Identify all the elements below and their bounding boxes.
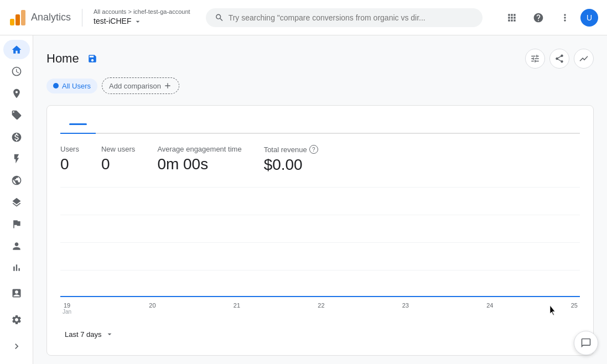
chat-button[interactable]	[574, 331, 598, 355]
x-axis: 19 Jan 20 21 22 23 24	[60, 302, 580, 315]
search-icon	[215, 13, 224, 23]
compare-icon	[579, 54, 589, 64]
account-info: All accounts > ichef-test-ga-account tes…	[94, 8, 190, 27]
svg-rect-0	[10, 19, 14, 25]
x-label-25: 25	[571, 302, 578, 315]
metric-engagement-label: Average engagement time	[157, 145, 241, 153]
svg-rect-2	[21, 10, 25, 25]
customize-report-button[interactable]	[525, 49, 545, 69]
chart-tabs	[60, 119, 580, 134]
sidebar-item-realtime[interactable]	[3, 149, 30, 168]
metric-revenue-value: $0.00	[264, 156, 318, 174]
search-input[interactable]	[229, 13, 474, 22]
x-label-21: 21	[234, 302, 240, 315]
x-label-19: 19 Jan	[63, 302, 71, 315]
x-label-22: 22	[318, 302, 324, 315]
metric-new-users-value: 0	[101, 155, 135, 173]
sidebar-item-dashboard[interactable]	[3, 193, 30, 212]
add-icon	[163, 81, 172, 90]
header-actions: U	[501, 7, 598, 29]
more-button[interactable]	[554, 7, 576, 29]
dollar-icon	[11, 132, 22, 143]
metric-revenue: Total revenue ? $0.00	[264, 145, 318, 174]
compare-dates-button[interactable]	[574, 49, 594, 69]
sidebar-item-barchart[interactable]	[3, 258, 30, 278]
chat-icon	[580, 337, 592, 349]
x-label-24: 24	[486, 302, 493, 315]
account-breadcrumb: All accounts > ichef-test-ga-account	[94, 8, 190, 16]
x-label-20: 20	[149, 302, 155, 315]
page-title: Home	[46, 51, 79, 66]
sidebar-bottom	[3, 280, 30, 360]
analytics-icon	[11, 288, 22, 299]
page-actions	[525, 49, 594, 69]
expand-icon	[11, 341, 22, 352]
metrics-row: Users 0 New users 0 Average engagement t…	[60, 145, 580, 174]
metric-users-value: 0	[60, 155, 79, 173]
home-icon	[11, 44, 22, 55]
header-divider	[82, 9, 82, 27]
share-icon	[554, 54, 564, 64]
page-title-row: Home	[46, 50, 101, 67]
avatar[interactable]: U	[580, 9, 598, 27]
clock-icon	[11, 66, 22, 77]
account-name[interactable]: test-iCHEF	[94, 16, 190, 27]
tab-line-chart[interactable]	[60, 119, 96, 134]
metric-revenue-label: Total revenue ?	[264, 145, 318, 154]
metric-users-label: Users	[60, 145, 79, 153]
person-search-icon	[11, 241, 22, 252]
search-bar[interactable]	[206, 8, 483, 27]
settings-icon	[11, 314, 22, 325]
add-comparison-label: Add comparison	[109, 82, 161, 90]
x-label-23: 23	[402, 302, 409, 315]
metric-engagement: Average engagement time 0m 00s	[157, 145, 241, 174]
sidebar-item-explore-bottom[interactable]	[3, 280, 30, 306]
add-comparison-button[interactable]: Add comparison	[102, 77, 179, 94]
chart-area: 19 Jan 20 21 22 23 24	[60, 187, 580, 320]
chart-card: Users 0 New users 0 Average engagement t…	[46, 105, 594, 356]
sidebar-expand-button[interactable]	[3, 333, 30, 360]
sidebar-item-flags[interactable]	[3, 215, 30, 234]
help-button[interactable]	[527, 7, 549, 29]
layers-icon	[11, 197, 22, 208]
header: Analytics All accounts > ichef-test-ga-a…	[0, 0, 607, 35]
segment-dot	[53, 83, 59, 89]
bottom-bar: Last 7 days	[60, 326, 580, 342]
metric-new-users-label: New users	[101, 145, 135, 153]
dropdown-icon	[105, 330, 114, 339]
sidebar-item-revenue[interactable]	[3, 127, 30, 147]
more-vert-icon	[559, 12, 570, 23]
bolt-icon	[11, 153, 22, 164]
sidebar-item-globe[interactable]	[3, 171, 30, 190]
tag-icon	[11, 110, 22, 121]
bar-chart-icon	[11, 262, 22, 273]
save-to-library-button[interactable]	[84, 50, 101, 67]
apps-icon	[506, 12, 517, 23]
explore-icon	[11, 88, 22, 99]
date-range-button[interactable]: Last 7 days	[60, 326, 118, 342]
sidebar-item-reports[interactable]	[3, 61, 30, 81]
chevron-down-icon	[133, 17, 142, 26]
sidebar-item-explore[interactable]	[3, 84, 30, 103]
analytics-logo[interactable]: Analytics	[9, 9, 71, 27]
all-users-segment[interactable]: All Users	[46, 79, 97, 93]
metric-engagement-value: 0m 00s	[157, 155, 241, 173]
sidebar-item-tags[interactable]	[3, 105, 30, 124]
metric-users: Users 0	[60, 145, 79, 174]
date-range-label: Last 7 days	[65, 330, 102, 339]
sidebar	[0, 35, 33, 364]
apps-button[interactable]	[501, 7, 523, 29]
comparison-bar: All Users Add comparison	[46, 77, 594, 94]
flag-icon	[11, 219, 22, 230]
segment-label: All Users	[62, 82, 91, 90]
page-header: Home	[46, 49, 594, 69]
sidebar-item-admin[interactable]	[3, 306, 30, 333]
share-button[interactable]	[549, 49, 569, 69]
revenue-help-icon[interactable]: ?	[309, 145, 318, 154]
main-content: Home All Users Add comparison	[33, 35, 607, 364]
sidebar-item-home[interactable]	[3, 40, 30, 59]
svg-rect-1	[15, 14, 20, 25]
sidebar-item-audience[interactable]	[3, 236, 30, 256]
logo-icon	[9, 9, 27, 27]
globe-icon	[11, 175, 22, 186]
